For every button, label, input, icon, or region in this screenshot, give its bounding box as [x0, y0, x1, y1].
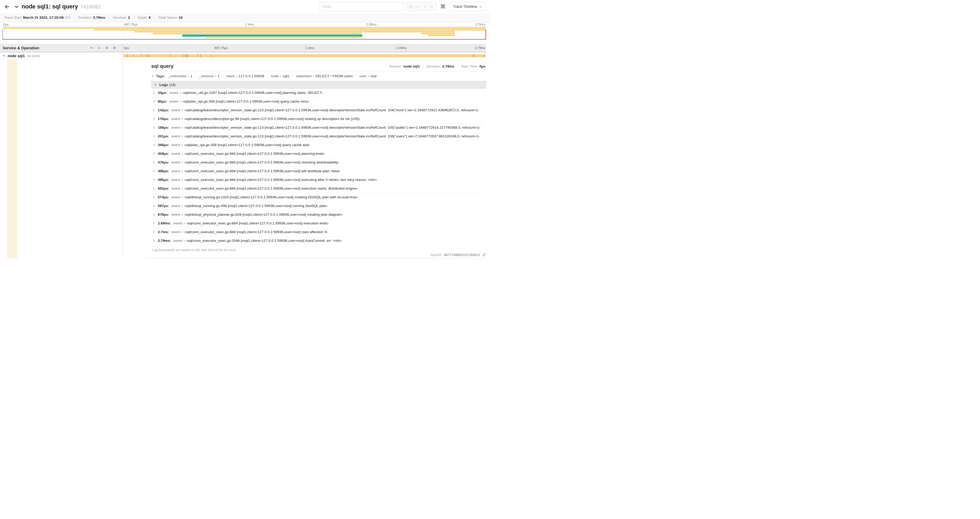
log-equals: = [181, 160, 183, 164]
summary-label: Services [113, 16, 126, 19]
back-button[interactable] [0, 0, 14, 13]
time-tick-label: 2.09ms [366, 23, 377, 26]
service-name: node sql1 [8, 54, 25, 58]
log-entry[interactable]: 476μs:event=‹sql/conn_executor_exec.go:6… [151, 158, 486, 167]
tags-list: _unfinished = 1_verbose = 1client = 127.… [168, 74, 380, 78]
keyboard-shortcuts-button[interactable]: ⌘ [439, 3, 447, 10]
log-entry[interactable]: 678μs:event=‹sql/distsql_physical_planne… [151, 211, 486, 219]
chevron-down-icon [423, 5, 427, 8]
span-bar[interactable] [123, 54, 485, 57]
log-text: event=‹sql/plan_opt.go:358 [nsql1,client… [169, 99, 309, 104]
expand-one-button[interactable] [97, 46, 101, 50]
tag-value: 127.0.0.1:59936 [239, 74, 264, 78]
chevron-right-icon [153, 213, 156, 216]
tag-key: user [360, 74, 366, 78]
log-entry[interactable]: 366μs:event=‹sql/plan_opt.go:358 [nsql1,… [151, 141, 486, 150]
minimap-canvas[interactable] [2, 26, 486, 40]
tag-item: _unfinished = 1 [168, 74, 196, 78]
chevron-right-icon [153, 161, 156, 164]
log-text: event=‹sql/catalog/lease/descriptor_vers… [172, 134, 479, 139]
log-text: event=‹sql/conn_executor_exec.go:684 [ns… [172, 152, 325, 156]
span-meta-value: node sql1 [403, 64, 420, 68]
operation-name: sql query [27, 54, 40, 58]
span-meta-item: Start Time:0μs [458, 64, 486, 68]
time-tick-label: 1.4ms [245, 23, 254, 26]
trace-header-collapse-toggle[interactable] [14, 5, 19, 9]
log-field-value: ‹sql/plan_opt.go:358 [nsql1,client=127.0… [182, 99, 309, 103]
collapse-controls [90, 46, 116, 50]
double-chevron-right-icon [113, 46, 116, 50]
right-scrubber[interactable] [485, 27, 486, 39]
log-timestamp: 574μs: [158, 195, 169, 200]
log-field-key: event [172, 230, 180, 234]
expand-all-button[interactable] [113, 46, 116, 50]
span-id-value: 4877749850101760812 [444, 253, 480, 257]
summary-suffix: .326 [64, 16, 70, 19]
log-text: event=‹sql/exec_util.go:2297 [nsql1,clie… [169, 91, 323, 95]
focus-matches-button[interactable] [407, 2, 414, 11]
log-entry[interactable]: 2.7ms:event=‹sql/conn_executor_exec.go:6… [151, 228, 486, 236]
span-meta: Service:node sql1Duration:2.79msStart Ti… [386, 64, 486, 68]
time-tick-label: 2.09ms [396, 46, 406, 50]
tag-item: user = root [356, 74, 380, 78]
tag-equals: = [186, 74, 190, 78]
collapse-all-button[interactable] [105, 46, 108, 50]
log-field-key: event [172, 204, 180, 208]
log-field-value: ‹sql/catalog/descs/descriptor.go:98 [nsq… [185, 117, 360, 121]
deep-link-button[interactable] [481, 253, 486, 257]
chevron-down-icon [14, 5, 19, 9]
log-entry[interactable]: 142μs:event=‹sql/catalog/lease/descripto… [151, 106, 486, 115]
log-text: event=‹sql/conn_executor_exec.go:684 [ns… [173, 221, 329, 225]
logs-title: Logs [159, 83, 168, 87]
tag-value: 1 [218, 74, 220, 78]
chevron-right-icon [97, 46, 101, 50]
log-field-value: ‹sql/catalog/lease/descriptor_version_st… [185, 134, 479, 138]
log-entry[interactable]: 574μs:event=‹sql/distsql_running.go:1420… [151, 193, 486, 202]
next-match-button[interactable] [422, 2, 429, 11]
log-timestamp: 142μs: [158, 108, 169, 112]
log-entry[interactable]: 201μs:event=‹sql/catalog/lease/descripto… [151, 132, 486, 141]
log-field-value: ‹sql/plan_opt.go:358 [nsql1,client=127.0… [185, 143, 310, 147]
log-field-key: event [172, 178, 180, 182]
tag-item: client = 127.0.0.1:59936 [223, 74, 268, 78]
log-entry[interactable]: 459μs:event=‹sql/conn_executor_exec.go:6… [151, 150, 486, 158]
log-entry[interactable]: 189μs:event=‹sql/catalog/lease/descripto… [151, 123, 486, 132]
left-scrubber[interactable] [2, 27, 3, 39]
log-timestamp: 2.69ms: [158, 221, 171, 225]
collapse-one-button[interactable] [90, 46, 93, 50]
log-field-key: event [173, 239, 182, 243]
trace-timeline-dropdown[interactable]: Trace Timeline [449, 2, 486, 11]
log-equals: = [179, 91, 181, 95]
log-marker [186, 54, 186, 57]
logs-section: Logs (18) 34μs:event=‹sql/exec_util.go:2… [151, 81, 486, 245]
prev-match-button[interactable] [414, 2, 422, 11]
chevron-right-icon [153, 204, 156, 207]
find-input[interactable] [320, 2, 404, 11]
service-operation-title: Service & Operation [3, 46, 90, 50]
tags-accordion[interactable]: Tags: _unfinished = 1_verbose = 1client … [151, 72, 486, 80]
log-entry[interactable]: 2.79ms:event=‹sql/conn_executor_exec.go:… [151, 236, 486, 245]
logs-count: (18) [169, 83, 175, 87]
summary-label: Duration [78, 16, 91, 19]
log-timestamp: 2.7ms: [158, 230, 169, 234]
log-entry[interactable]: 80μs:event=‹sql/plan_opt.go:358 [nsql1,c… [151, 97, 486, 106]
log-entry[interactable]: 176μs:event=‹sql/catalog/descs/descripto… [151, 115, 486, 123]
log-entry[interactable]: 597μs:event=‹sql/distsql_running.go:498 … [151, 202, 486, 211]
log-timestamp: 80μs: [158, 99, 167, 104]
logs-accordion-header[interactable]: Logs (18) [151, 81, 486, 89]
double-chevron-down-icon [105, 46, 108, 50]
clear-search-button[interactable] [429, 2, 436, 11]
time-tick-label: 697.75μs [124, 23, 137, 26]
log-equals: = [181, 108, 183, 112]
span-row-name-cell[interactable]: node sql1 sql query [0, 52, 123, 59]
tags-label: Tags: [156, 74, 165, 78]
log-entry[interactable]: 34μs:event=‹sql/exec_util.go:2297 [nsql1… [151, 89, 486, 97]
chevron-down-icon [90, 46, 93, 50]
log-entry[interactable]: 2.69ms:event=‹sql/conn_executor_exec.go:… [151, 219, 486, 228]
summary-value: 6 [149, 16, 151, 19]
log-entry[interactable]: 502μs:event=‹sql/conn_executor_exec.go:6… [151, 184, 486, 193]
log-entry[interactable]: 486μs:event=‹sql/conn_executor_exec.go:6… [151, 167, 486, 176]
log-field-value: ‹sql/catalog/lease/descriptor_version_st… [185, 108, 479, 112]
log-timestamp: 2.79ms: [158, 239, 171, 243]
log-entry[interactable]: 495μs:event=‹sql/conn_executor_exec.go:6… [151, 176, 486, 184]
